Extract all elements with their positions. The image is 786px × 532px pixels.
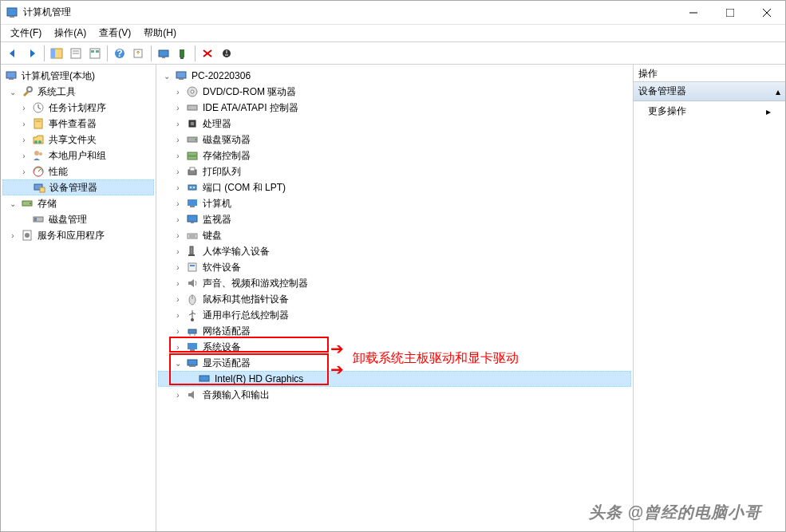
menu-help[interactable]: 帮助(H)	[137, 25, 183, 41]
device-intel-hd[interactable]: Intel(R) HD Graphics	[158, 371, 631, 387]
device-cpu[interactable]: ›处理器	[158, 116, 631, 132]
tree-storage[interactable]: ⌄ 存储	[2, 195, 154, 211]
show-hide-tree-button[interactable]	[48, 45, 65, 62]
menu-view[interactable]: 查看(V)	[93, 25, 137, 41]
minimize-button[interactable]	[675, 1, 712, 25]
svg-rect-53	[188, 156, 197, 160]
svg-rect-11	[90, 49, 100, 58]
device-ide[interactable]: ›IDE ATA/ATAPI 控制器	[158, 100, 631, 116]
device-root[interactable]: ⌄ PC-20220306	[158, 68, 631, 84]
expand-icon[interactable]: ›	[172, 102, 184, 113]
collapse-triangle-icon[interactable]: ▴	[776, 86, 780, 97]
device-dvd[interactable]: ›DVD/CD-ROM 驱动器	[158, 84, 631, 100]
expand-icon[interactable]: ›	[172, 246, 184, 257]
disable-button[interactable]	[218, 45, 235, 62]
expand-icon[interactable]: ›	[172, 150, 184, 161]
expand-icon[interactable]: ›	[172, 86, 184, 97]
usb-icon	[186, 309, 199, 321]
svg-point-57	[190, 187, 192, 188]
scan-hardware-button[interactable]	[155, 45, 172, 62]
tree-system-tools[interactable]: ⌄ 系统工具	[2, 84, 154, 100]
device-sound[interactable]: ›声音、视频和游戏控制器	[158, 275, 631, 291]
maximize-button[interactable]	[712, 1, 748, 25]
device-keyboard[interactable]: ›键盘	[158, 227, 631, 243]
expand-icon[interactable]: ›	[172, 118, 184, 129]
expand-icon[interactable]: ›	[172, 230, 184, 241]
tree-task-scheduler[interactable]: › 任务计划程序	[2, 100, 154, 116]
device-computer[interactable]: ›计算机	[158, 195, 631, 211]
speaker-icon	[186, 277, 199, 290]
device-system[interactable]: ›系统设备	[158, 339, 631, 355]
tree-device-manager[interactable]: 设备管理器	[2, 179, 154, 195]
svg-rect-77	[190, 349, 195, 351]
clock-icon	[32, 101, 45, 114]
device-print-queue[interactable]: ›打印队列	[158, 164, 631, 179]
update-driver-button[interactable]	[174, 45, 192, 62]
tree-services-apps[interactable]: › 服务和应用程序	[2, 227, 154, 243]
device-software[interactable]: ›软件设备	[158, 259, 631, 275]
back-button[interactable]	[4, 45, 22, 62]
device-usb[interactable]: ›通用串行总线控制器	[158, 307, 631, 323]
expand-icon[interactable]: ›	[172, 341, 184, 353]
tree-shared-folders[interactable]: › 共享文件夹	[2, 132, 154, 148]
svg-rect-0	[7, 8, 17, 16]
svg-rect-43	[176, 72, 186, 78]
properties-button[interactable]	[67, 45, 85, 62]
toolbar-separator	[195, 45, 196, 61]
tree-root[interactable]: 计算机管理(本地)	[2, 68, 154, 84]
tree-performance[interactable]: › 性能	[2, 164, 154, 179]
device-display[interactable]: ⌄显示适配器	[158, 355, 631, 371]
device-mouse[interactable]: ›鼠标和其他指针设备	[158, 291, 631, 307]
svg-rect-7	[51, 49, 55, 58]
device-monitor[interactable]: ›监视器	[158, 211, 631, 227]
expand-icon[interactable]: ›	[172, 325, 184, 337]
device-network[interactable]: ›网络适配器	[158, 323, 631, 339]
svg-point-46	[191, 90, 194, 93]
expand-icon[interactable]: ›	[18, 102, 30, 113]
expand-icon[interactable]: ›	[18, 118, 30, 129]
tree-disk-management[interactable]: 磁盘管理	[2, 211, 154, 227]
device-hid[interactable]: ›人体学输入设备	[158, 243, 631, 259]
close-button[interactable]	[748, 1, 785, 25]
expand-icon[interactable]: ›	[172, 278, 184, 289]
collapse-icon[interactable]: ⌄	[7, 198, 18, 209]
uninstall-button[interactable]	[199, 45, 216, 62]
actions-section[interactable]: 设备管理器 ▴	[634, 82, 785, 101]
expand-icon[interactable]: ›	[18, 166, 30, 177]
svg-rect-67	[188, 254, 195, 256]
expand-icon[interactable]: ›	[172, 262, 184, 273]
tree-local-users[interactable]: › 本地用户和组	[2, 148, 154, 164]
expand-icon[interactable]: ›	[172, 134, 184, 145]
tree-event-viewer[interactable]: › 事件查看器	[2, 116, 154, 132]
expand-icon[interactable]: ›	[18, 150, 30, 161]
collapse-icon[interactable]: ⌄	[161, 70, 172, 81]
svg-rect-36	[40, 187, 45, 192]
collapse-icon[interactable]: ⌄	[172, 357, 184, 368]
menu-action[interactable]: 操作(A)	[48, 25, 93, 41]
device-tree-pane[interactable]: ⌄ PC-20220306 ›DVD/CD-ROM 驱动器 ›IDE ATA/A…	[156, 65, 634, 531]
expand-icon[interactable]: ›	[18, 134, 30, 145]
actions-more[interactable]: 更多操作 ▸	[634, 101, 785, 121]
computer-management-icon	[5, 69, 18, 82]
help-button[interactable]: ?	[111, 45, 128, 62]
expand-icon[interactable]: ›	[172, 198, 184, 209]
expand-icon[interactable]: ›	[172, 214, 184, 225]
collapse-icon[interactable]: ⌄	[7, 86, 18, 97]
export-button[interactable]	[130, 45, 148, 62]
expand-icon[interactable]: ›	[172, 389, 184, 400]
device-ports[interactable]: ›端口 (COM 和 LPT)	[158, 179, 631, 195]
submenu-arrow-icon: ▸	[766, 106, 771, 117]
expand-icon[interactable]: ›	[7, 230, 18, 241]
refresh-button[interactable]	[86, 45, 104, 62]
device-audio-io[interactable]: ›音频输入和输出	[158, 387, 631, 403]
device-storage-ctrl[interactable]: ›存储控制器	[158, 148, 631, 164]
expand-icon[interactable]: ›	[172, 182, 184, 193]
console-tree-pane[interactable]: 计算机管理(本地) ⌄ 系统工具 › 任务计划程序 › 事件查看器 › 共享文件…	[1, 65, 156, 531]
menu-file[interactable]: 文件(F)	[4, 25, 48, 41]
forward-button[interactable]	[23, 45, 41, 62]
expand-icon[interactable]: ›	[172, 166, 184, 177]
ide-icon	[186, 101, 199, 114]
device-disk-drives[interactable]: ›磁盘驱动器	[158, 132, 631, 148]
expand-icon[interactable]: ›	[172, 309, 184, 321]
expand-icon[interactable]: ›	[172, 294, 184, 305]
